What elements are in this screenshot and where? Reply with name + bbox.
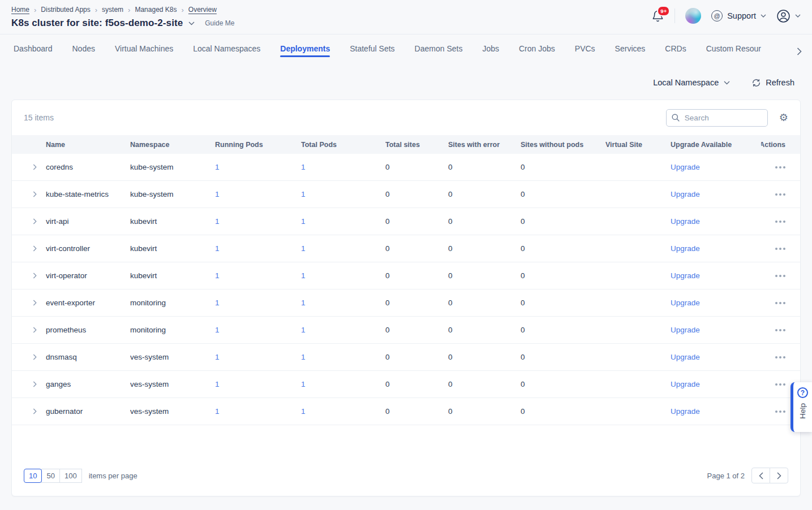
upgrade-link[interactable]: Upgrade bbox=[671, 407, 700, 416]
tab-virtual-machines[interactable]: Virtual Machines bbox=[115, 36, 173, 60]
tab-services[interactable]: Services bbox=[615, 36, 646, 60]
tab-pvcs[interactable]: PVCs bbox=[575, 36, 595, 60]
account-menu[interactable] bbox=[776, 9, 801, 23]
namespace-cell: kubevirt bbox=[130, 271, 215, 280]
site-picker-chevron-down-icon[interactable] bbox=[188, 21, 195, 25]
total-sites-cell: 0 bbox=[385, 380, 448, 388]
sites-without-pods-cell: 0 bbox=[521, 326, 605, 334]
total-sites-cell: 0 bbox=[385, 244, 448, 253]
tab-daemon-sets[interactable]: Daemon Sets bbox=[415, 36, 463, 60]
upgrade-link[interactable]: Upgrade bbox=[671, 271, 700, 280]
upgrade-link[interactable]: Upgrade bbox=[671, 299, 700, 307]
total-pods-link[interactable]: 1 bbox=[301, 190, 306, 198]
sites-with-error-cell: 0 bbox=[448, 380, 521, 388]
page-size-100-button[interactable]: 100 bbox=[59, 469, 82, 483]
expand-row-chevron-icon[interactable] bbox=[32, 191, 38, 197]
expand-row-chevron-icon[interactable] bbox=[32, 300, 38, 306]
refresh-button[interactable]: Refresh bbox=[751, 78, 794, 88]
previous-page-button[interactable] bbox=[751, 468, 770, 483]
search-input[interactable] bbox=[666, 109, 768, 127]
tab-custom-resour[interactable]: Custom Resour bbox=[706, 36, 761, 60]
tab-cron-jobs[interactable]: Cron Jobs bbox=[519, 36, 555, 60]
expand-row-chevron-icon[interactable] bbox=[32, 164, 38, 170]
help-widget[interactable]: ? Help bbox=[790, 382, 812, 432]
tab-dashboard[interactable]: Dashboard bbox=[14, 36, 53, 60]
running-pods-link[interactable]: 1 bbox=[215, 244, 220, 253]
tab-deployments[interactable]: Deployments bbox=[280, 36, 330, 60]
row-actions-menu[interactable] bbox=[775, 383, 785, 386]
guide-me-link[interactable]: Guide Me bbox=[205, 19, 234, 27]
breadcrumb-separator-icon: › bbox=[95, 6, 97, 14]
sites-with-error-cell: 0 bbox=[448, 326, 521, 334]
breadcrumb-item-home[interactable]: Home bbox=[11, 6, 29, 14]
running-pods-link[interactable]: 1 bbox=[215, 326, 220, 334]
breadcrumb-item-managed-k8s: Managed K8s bbox=[135, 6, 177, 14]
deployment-name: virt-controller bbox=[46, 244, 130, 253]
tab-stateful-sets[interactable]: Stateful Sets bbox=[350, 36, 394, 60]
column-header-virtual-site: Virtual Site bbox=[605, 141, 671, 149]
expand-row-chevron-icon[interactable] bbox=[32, 381, 38, 387]
total-pods-link[interactable]: 1 bbox=[301, 217, 306, 226]
breadcrumb-item-overview[interactable]: Overview bbox=[188, 6, 217, 14]
running-pods-link[interactable]: 1 bbox=[215, 271, 220, 280]
support-menu[interactable]: @ Support bbox=[711, 10, 766, 21]
page-title: K8s cluster for site: f5os-demo-2-site bbox=[11, 18, 183, 29]
row-actions-menu[interactable] bbox=[775, 302, 785, 304]
upgrade-link[interactable]: Upgrade bbox=[671, 380, 700, 388]
upgrade-link[interactable]: Upgrade bbox=[671, 326, 700, 334]
row-actions-menu[interactable] bbox=[775, 166, 785, 168]
running-pods-link[interactable]: 1 bbox=[215, 217, 220, 226]
expand-row-chevron-icon[interactable] bbox=[32, 408, 38, 414]
row-actions-menu[interactable] bbox=[775, 329, 785, 331]
page-size-10-button[interactable]: 10 bbox=[24, 469, 42, 483]
page-size-50-button[interactable]: 50 bbox=[41, 469, 59, 483]
page-indicator: Page 1 of 2 bbox=[707, 472, 745, 480]
running-pods-link[interactable]: 1 bbox=[215, 190, 220, 198]
upgrade-link[interactable]: Upgrade bbox=[671, 244, 700, 253]
namespace-cell: kubevirt bbox=[130, 217, 215, 226]
row-actions-menu[interactable] bbox=[775, 193, 785, 196]
expand-row-chevron-icon[interactable] bbox=[32, 245, 38, 252]
table-settings-gear-icon[interactable]: ⚙ bbox=[779, 113, 788, 123]
sites-without-pods-cell: 0 bbox=[521, 380, 605, 388]
expand-row-chevron-icon[interactable] bbox=[32, 273, 38, 279]
expand-row-chevron-icon[interactable] bbox=[32, 327, 38, 333]
upgrade-link[interactable]: Upgrade bbox=[671, 353, 700, 361]
total-pods-link[interactable]: 1 bbox=[301, 299, 306, 307]
running-pods-link[interactable]: 1 bbox=[215, 380, 220, 388]
tabs-scroll-right-button[interactable] bbox=[780, 40, 812, 63]
total-pods-link[interactable]: 1 bbox=[301, 407, 306, 416]
tab-crds[interactable]: CRDs bbox=[665, 36, 686, 60]
total-pods-link[interactable]: 1 bbox=[301, 244, 306, 253]
running-pods-link[interactable]: 1 bbox=[215, 353, 220, 361]
row-actions-menu[interactable] bbox=[775, 410, 785, 413]
namespace-chevron-down-icon bbox=[724, 81, 730, 85]
tab-local-namespaces[interactable]: Local Namespaces bbox=[193, 36, 260, 60]
total-sites-cell: 0 bbox=[385, 163, 448, 171]
upgrade-link[interactable]: Upgrade bbox=[671, 217, 700, 226]
running-pods-link[interactable]: 1 bbox=[215, 299, 220, 307]
expand-row-chevron-icon[interactable] bbox=[32, 218, 38, 224]
upgrade-link[interactable]: Upgrade bbox=[671, 190, 700, 198]
row-actions-menu[interactable] bbox=[775, 275, 785, 277]
namespace-cell: kube-system bbox=[130, 163, 215, 171]
table-row: dnsmasq ves-system 1 1 0 0 0 Upgrade bbox=[12, 344, 800, 371]
total-pods-link[interactable]: 1 bbox=[301, 271, 306, 280]
total-pods-link[interactable]: 1 bbox=[301, 380, 306, 388]
next-page-button[interactable] bbox=[770, 468, 788, 483]
total-pods-link[interactable]: 1 bbox=[301, 353, 306, 361]
notifications-button[interactable]: 9+ bbox=[651, 10, 664, 23]
column-header-actions: Actions bbox=[761, 141, 800, 149]
running-pods-link[interactable]: 1 bbox=[215, 163, 220, 171]
row-actions-menu[interactable] bbox=[775, 356, 785, 358]
tab-nodes[interactable]: Nodes bbox=[72, 36, 95, 60]
running-pods-link[interactable]: 1 bbox=[215, 407, 220, 416]
namespace-selector[interactable]: Local Namespace bbox=[653, 78, 730, 87]
expand-row-chevron-icon[interactable] bbox=[32, 354, 38, 360]
row-actions-menu[interactable] bbox=[775, 221, 785, 223]
row-actions-menu[interactable] bbox=[775, 248, 785, 250]
tab-jobs[interactable]: Jobs bbox=[482, 36, 499, 60]
total-pods-link[interactable]: 1 bbox=[301, 326, 306, 334]
total-pods-link[interactable]: 1 bbox=[301, 163, 306, 171]
upgrade-link[interactable]: Upgrade bbox=[671, 163, 700, 171]
